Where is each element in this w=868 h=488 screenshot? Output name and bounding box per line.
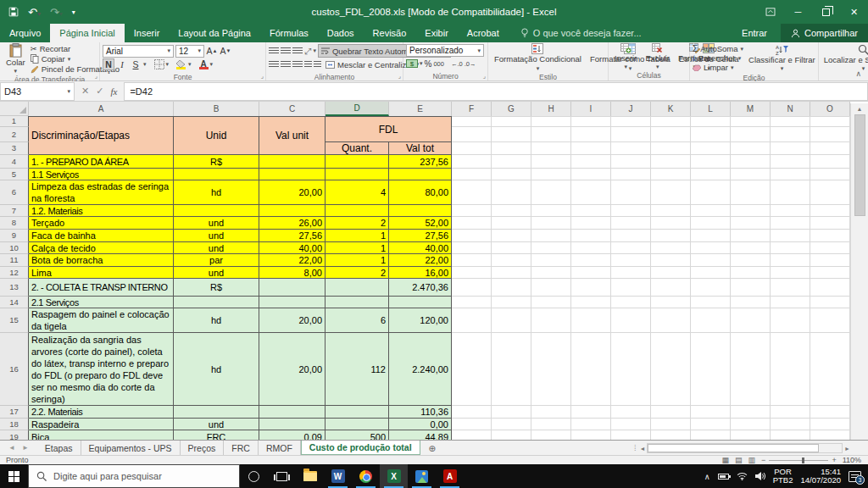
cell-B11[interactable]: par	[174, 254, 259, 267]
cell-D13[interactable]	[326, 279, 389, 297]
file-explorer-button[interactable]	[296, 464, 324, 488]
align-bottom-icon[interactable]	[292, 45, 303, 57]
cell-C7[interactable]	[259, 205, 326, 217]
minimize-button[interactable]: ─	[784, 0, 812, 24]
bold-button[interactable]: N	[103, 58, 114, 70]
cell-A12[interactable]: Lima	[29, 267, 174, 279]
conditional-formatting-button[interactable]: Formatação Condicional▾	[491, 43, 585, 72]
cell-L1[interactable]	[691, 116, 731, 127]
cell-B10[interactable]: und	[174, 242, 259, 254]
zoom-in-icon[interactable]: +	[832, 456, 836, 464]
decrease-decimal-icon[interactable]: .0→	[465, 60, 476, 68]
cell-M19[interactable]	[731, 430, 771, 440]
cell-L7[interactable]	[691, 205, 731, 217]
ribbon-tab-arquivo[interactable]: Arquivo	[0, 24, 50, 42]
italic-button[interactable]: I	[116, 58, 128, 70]
cell-G18[interactable]	[492, 419, 531, 430]
cell-B14[interactable]	[174, 297, 259, 308]
cell-K6[interactable]	[651, 180, 691, 205]
cell-I19[interactable]	[571, 430, 611, 440]
cell-A7[interactable]: 1.2. Materiais	[29, 205, 174, 217]
cell-N14[interactable]	[771, 297, 810, 308]
column-header-D[interactable]: D	[326, 102, 389, 116]
horizontal-scrollbar[interactable]: ⁞ ◄ ►	[634, 442, 850, 454]
taskbar-search-input[interactable]: Digite aqui para pesquisar	[28, 464, 240, 488]
row-header-18[interactable]: 18	[0, 419, 29, 430]
column-header-C[interactable]: C	[259, 102, 326, 116]
cell-L11[interactable]	[691, 254, 731, 267]
ribbon-tab-dados[interactable]: Dados	[318, 24, 364, 42]
cell-A5[interactable]: 1.1 Serviços	[29, 169, 174, 180]
cell-N3[interactable]	[771, 142, 810, 155]
cell-K2[interactable]	[651, 127, 691, 142]
cell-H11[interactable]	[531, 254, 571, 267]
cell-F9[interactable]	[452, 230, 492, 242]
cell-F1[interactable]	[452, 116, 492, 127]
column-header-N[interactable]: N	[771, 102, 810, 116]
zoom-thumb[interactable]	[802, 458, 804, 463]
cell-I2[interactable]	[571, 127, 611, 142]
cell-H13[interactable]	[531, 279, 571, 297]
language-indicator[interactable]: PORPTB2	[773, 468, 793, 485]
cell-C1-val-unit[interactable]: Val unit	[259, 116, 326, 155]
cell-H6[interactable]	[531, 180, 571, 205]
cell-O13[interactable]	[810, 279, 850, 297]
save-icon[interactable]	[8, 7, 19, 17]
cell-L6[interactable]	[691, 180, 731, 205]
cell-A17[interactable]: 2.2. Materiais	[29, 406, 174, 419]
align-top-icon[interactable]	[269, 45, 279, 57]
restore-button[interactable]	[812, 0, 840, 24]
align-center-icon[interactable]	[281, 58, 291, 70]
cell-H2[interactable]	[531, 127, 571, 142]
cell-K15[interactable]	[651, 308, 691, 333]
row-header-9[interactable]: 9	[0, 230, 29, 242]
cell-L18[interactable]	[691, 419, 731, 430]
cell-O8[interactable]	[810, 217, 850, 230]
cell-I10[interactable]	[571, 242, 611, 254]
close-button[interactable]: ✕	[840, 0, 868, 24]
column-header-E[interactable]: E	[389, 102, 452, 116]
cell-C18[interactable]	[259, 419, 326, 430]
cell-G11[interactable]	[492, 254, 531, 267]
cell-N6[interactable]	[771, 180, 810, 205]
cell-J16[interactable]	[611, 333, 651, 406]
row-header-19[interactable]: 19	[0, 430, 29, 440]
cell-A14[interactable]: 2.1 Serviços	[29, 297, 174, 308]
cell-I12[interactable]	[571, 267, 611, 279]
cell-J12[interactable]	[611, 267, 651, 279]
cell-E14[interactable]	[389, 297, 452, 308]
cell-H9[interactable]	[531, 230, 571, 242]
cell-O9[interactable]	[810, 230, 850, 242]
task-view-button[interactable]	[268, 464, 296, 488]
cell-M6[interactable]	[731, 180, 771, 205]
battery-icon[interactable]	[718, 474, 729, 480]
cell-N2[interactable]	[771, 127, 810, 142]
align-middle-icon[interactable]	[281, 45, 291, 57]
scroll-right-icon[interactable]: ►	[844, 446, 850, 452]
wifi-icon[interactable]	[737, 472, 748, 480]
cell-E13[interactable]: 2.470,36	[389, 279, 452, 297]
number-dialog-launcher[interactable]: ⌟	[483, 73, 486, 80]
cell-F10[interactable]	[452, 242, 492, 254]
cell-M1[interactable]	[731, 116, 771, 127]
cell-I15[interactable]	[571, 308, 611, 333]
cell-H18[interactable]	[531, 419, 571, 430]
cell-C5[interactable]	[259, 169, 326, 180]
cell-K12[interactable]	[651, 267, 691, 279]
cell-J1[interactable]	[611, 116, 651, 127]
cell-E4[interactable]: 237,56	[389, 155, 452, 169]
cell-D4[interactable]	[326, 155, 389, 169]
cell-B17[interactable]	[174, 406, 259, 419]
cell-A6[interactable]: Limpeza das estradas de seringa na flore…	[29, 180, 174, 205]
cell-N12[interactable]	[771, 267, 810, 279]
cell-I5[interactable]	[571, 169, 611, 180]
insert-function-icon[interactable]: fx	[110, 86, 117, 97]
cell-J6[interactable]	[611, 180, 651, 205]
row-header-17[interactable]: 17	[0, 406, 29, 419]
cell-L10[interactable]	[691, 242, 731, 254]
prev-sheet-icon[interactable]: ◄	[8, 444, 15, 452]
cell-D16[interactable]: 112	[326, 333, 389, 406]
cell-O11[interactable]	[810, 254, 850, 267]
cell-A9[interactable]: Faca de bainha	[29, 230, 174, 242]
horizontal-scroll-thumb[interactable]	[648, 444, 818, 452]
